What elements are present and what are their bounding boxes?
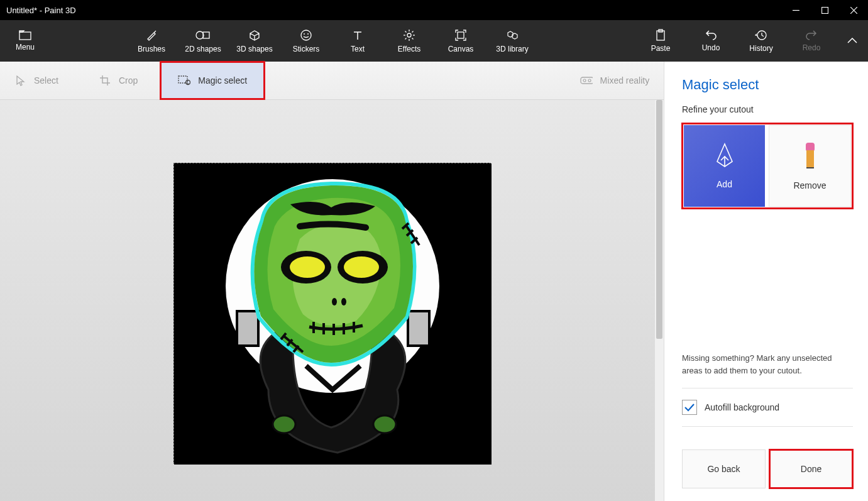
undo-icon	[705, 30, 717, 41]
svg-point-58	[273, 416, 295, 433]
maximize-button[interactable]	[810, 0, 839, 20]
crop-button[interactable]: Crop	[85, 62, 151, 99]
tool-label: 2D shapes	[185, 45, 221, 53]
undo-label: Undo	[702, 43, 720, 52]
tool-3d-library[interactable]: 3D library	[486, 20, 538, 62]
magic-select-button[interactable]: Magic select	[160, 62, 265, 99]
canvas-icon	[454, 29, 467, 41]
svg-point-25	[187, 81, 188, 82]
divider	[682, 388, 853, 388]
menu-button[interactable]: Menu	[0, 20, 50, 62]
effects-icon	[403, 29, 415, 41]
svg-point-27	[583, 79, 586, 82]
window-title: Untitled* - Paint 3D	[6, 6, 76, 15]
help-text: Missing something? Mark any unselected a…	[682, 344, 853, 377]
svg-rect-61	[806, 143, 815, 151]
mixed-reality-label: Mixed reality	[600, 75, 650, 85]
svg-line-15	[405, 31, 407, 33]
tool-text[interactable]: Text	[332, 20, 383, 62]
history-button[interactable]: History	[736, 20, 786, 62]
select-button[interactable]: Select	[0, 62, 72, 99]
svg-point-28	[588, 79, 591, 82]
paste-icon	[655, 29, 666, 41]
select-label: Select	[34, 75, 58, 85]
brush-icon	[145, 29, 158, 41]
svg-rect-38	[408, 311, 429, 346]
tool-label: 3D shapes	[236, 45, 272, 53]
side-panel: Magic select Refine your cutout Add Remo…	[664, 62, 868, 501]
3d-shapes-icon	[248, 29, 261, 41]
sticker-icon	[300, 29, 312, 41]
divider	[682, 426, 853, 427]
magic-select-icon	[178, 74, 190, 87]
canvas-workspace[interactable]	[0, 100, 664, 501]
mixed-reality-button[interactable]: Mixed reality	[566, 62, 664, 99]
tool-canvas[interactable]: Canvas	[435, 20, 486, 62]
autofill-label: Autofill background	[705, 402, 779, 412]
svg-rect-19	[458, 32, 464, 38]
autofill-row[interactable]: Autofill background	[682, 400, 853, 415]
close-button[interactable]	[839, 0, 868, 20]
redo-label: Redo	[803, 43, 821, 52]
svg-rect-1	[821, 7, 828, 13]
paste-label: Paste	[651, 44, 671, 53]
canvas-image[interactable]	[173, 163, 491, 464]
redo-button: Redo	[786, 20, 837, 62]
svg-point-7	[301, 30, 311, 40]
undo-button[interactable]: Undo	[686, 20, 736, 62]
svg-point-5	[196, 31, 204, 39]
svg-line-18	[405, 38, 407, 40]
scrollbar-thumb[interactable]	[656, 100, 662, 339]
svg-point-41	[290, 256, 325, 278]
svg-rect-62	[806, 150, 814, 168]
main-toolbar: Menu Brushes 2D shapes 3D shapes Sticker…	[0, 20, 868, 62]
svg-point-10	[407, 33, 411, 37]
history-icon	[755, 29, 767, 41]
chevron-up-icon	[847, 38, 857, 44]
crop-label: Crop	[119, 75, 138, 85]
svg-point-43	[332, 298, 337, 306]
titlebar: Untitled* - Paint 3D	[0, 0, 868, 20]
paste-button[interactable]: Paste	[635, 20, 686, 62]
mixed-reality-icon	[580, 74, 593, 87]
tool-label: Stickers	[293, 45, 320, 53]
expand-panel-button[interactable]	[837, 20, 868, 62]
tool-label: Brushes	[138, 45, 165, 53]
check-icon	[684, 403, 695, 412]
tool-stickers[interactable]: Stickers	[280, 20, 332, 62]
redo-icon	[805, 30, 818, 41]
minimize-button[interactable]	[781, 0, 810, 20]
pencil-add-icon	[713, 143, 736, 170]
tool-effects[interactable]: Effects	[383, 20, 435, 62]
tool-label: Effects	[398, 45, 420, 53]
svg-rect-37	[237, 311, 258, 346]
2d-shapes-icon	[195, 29, 211, 41]
text-icon	[351, 29, 364, 41]
tool-3d-shapes[interactable]: 3D shapes	[229, 20, 280, 62]
go-back-label: Go back	[707, 464, 740, 474]
tool-label: Canvas	[448, 45, 474, 53]
autofill-checkbox[interactable]	[682, 400, 697, 415]
tool-brushes[interactable]: Brushes	[126, 20, 177, 62]
svg-point-42	[344, 256, 379, 278]
add-label: Add	[717, 179, 732, 189]
3d-library-icon	[505, 29, 520, 41]
tool-label: 3D library	[496, 45, 528, 53]
vertical-scrollbar[interactable]	[655, 100, 664, 501]
svg-line-17	[412, 31, 414, 33]
svg-rect-4	[19, 32, 31, 40]
panel-subtitle: Refine your cutout	[682, 104, 853, 114]
done-button[interactable]: Done	[769, 449, 853, 488]
remove-label: Remove	[793, 180, 826, 190]
tool-2d-shapes[interactable]: 2D shapes	[177, 20, 229, 62]
cursor-icon	[14, 74, 26, 87]
crop-icon	[99, 74, 111, 87]
history-label: History	[749, 44, 772, 53]
svg-point-9	[307, 33, 309, 35]
add-button[interactable]: Add	[684, 125, 765, 207]
magic-select-label: Magic select	[198, 75, 247, 85]
svg-point-59	[373, 416, 396, 433]
go-back-button[interactable]: Go back	[682, 449, 766, 488]
remove-button[interactable]: Remove	[769, 125, 851, 207]
done-label: Done	[801, 464, 821, 474]
